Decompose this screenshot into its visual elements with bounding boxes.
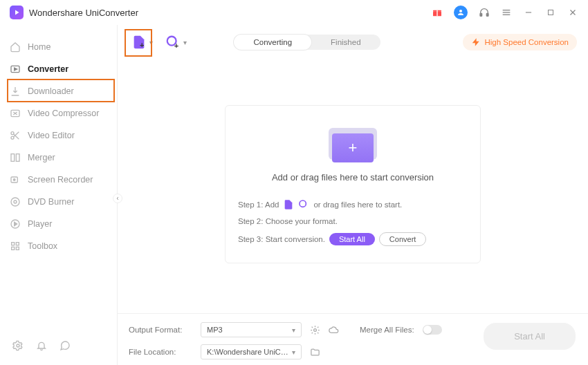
- sidebar-item-label: Merger: [28, 153, 55, 162]
- sidebar-item-label: Home: [28, 42, 50, 52]
- tab-finished[interactable]: Finished: [311, 35, 380, 50]
- lightning-icon: [471, 37, 481, 47]
- sidebar-item-label: Video Compressor: [28, 109, 99, 118]
- svg-point-23: [14, 200, 17, 203]
- svg-rect-18: [11, 154, 15, 162]
- tab-group: Converting Finished: [234, 35, 380, 50]
- sidebar-item-label: Player: [28, 219, 52, 229]
- ring-plus-icon: [298, 199, 309, 210]
- tab-converting[interactable]: Converting: [234, 35, 311, 50]
- cloud-icon[interactable]: [329, 325, 339, 335]
- svg-rect-10: [549, 10, 553, 15]
- svg-text:+: +: [174, 41, 178, 50]
- disc-icon: [10, 196, 21, 207]
- sidebar-item-compressor[interactable]: Video Compressor: [0, 102, 117, 124]
- sidebar-item-dvd[interactable]: DVD Burner: [0, 191, 117, 213]
- chevron-down-icon: ▾: [183, 39, 187, 46]
- toolbar: + ▾ + ▾ Converting Finished High Speed C…: [118, 25, 588, 59]
- svg-point-16: [11, 132, 14, 135]
- svg-rect-27: [16, 243, 19, 245]
- sidebar-item-editor[interactable]: Video Editor: [0, 124, 117, 147]
- gear-icon[interactable]: [310, 325, 320, 335]
- svg-marker-25: [15, 222, 17, 225]
- svg-rect-19: [16, 154, 19, 162]
- svg-text:+: +: [140, 41, 144, 49]
- high-speed-label: High Speed Conversion: [485, 38, 569, 46]
- settings-icon[interactable]: [12, 340, 24, 351]
- dropzone[interactable]: + Add or drag files here to start conver…: [225, 105, 481, 263]
- output-format-select[interactable]: MP3 ▾: [201, 322, 302, 337]
- output-format-label: Output Format:: [129, 326, 192, 334]
- svg-point-30: [17, 344, 19, 347]
- close-icon[interactable]: [567, 7, 578, 18]
- sidebar-item-label: Video Editor: [28, 131, 75, 140]
- svg-point-35: [314, 328, 317, 331]
- titlebar: Wondershare UniConverter: [0, 0, 588, 25]
- sidebar-collapse-button[interactable]: [113, 194, 122, 203]
- maximize-icon[interactable]: [545, 7, 556, 18]
- gift-icon[interactable]: [432, 7, 443, 18]
- svg-point-22: [11, 198, 19, 206]
- svg-point-17: [11, 136, 14, 139]
- sidebar: Home Converter Downloader Video Compress…: [0, 25, 118, 365]
- add-file-button[interactable]: + ▾: [129, 32, 156, 53]
- svg-rect-26: [12, 243, 15, 245]
- chevron-down-icon: ▾: [292, 348, 295, 356]
- compressor-icon: [10, 108, 21, 119]
- sidebar-item-label: Toolbox: [28, 241, 57, 251]
- merger-icon: [10, 152, 21, 163]
- doc-plus-icon: [283, 199, 294, 210]
- dropzone-title: Add or drag files here to start conversi…: [272, 172, 434, 182]
- file-location-label: File Location:: [129, 348, 192, 356]
- chevron-down-icon: ▾: [149, 39, 153, 46]
- app-title: Wondershare UniConverter: [29, 8, 138, 18]
- svg-point-34: [300, 200, 306, 207]
- sidebar-item-downloader[interactable]: Downloader: [0, 80, 117, 102]
- step-1: Step 1: Add or drag files here to start.: [238, 199, 468, 210]
- add-url-button[interactable]: + ▾: [163, 32, 190, 53]
- grid-icon: [10, 241, 21, 252]
- bell-icon[interactable]: [36, 340, 47, 351]
- svg-rect-29: [16, 247, 19, 250]
- svg-rect-28: [12, 247, 15, 250]
- recorder-icon: [10, 174, 21, 185]
- merge-toggle[interactable]: [423, 325, 442, 335]
- svg-marker-14: [15, 68, 17, 71]
- chevron-down-icon: ▾: [292, 326, 295, 334]
- minimize-icon[interactable]: [523, 7, 534, 18]
- feedback-icon[interactable]: [59, 340, 71, 351]
- file-location-select[interactable]: K:\Wondershare UniConverter ▾: [201, 344, 302, 359]
- step-3: Step 3: Start conversion. Start All Conv…: [238, 232, 468, 246]
- play-icon: [10, 218, 21, 230]
- svg-rect-5: [486, 13, 488, 16]
- start-all-button[interactable]: Start All: [329, 233, 375, 245]
- sidebar-item-recorder[interactable]: Screen Recorder: [0, 169, 117, 191]
- folder-plus-icon: +: [327, 121, 378, 162]
- user-avatar-icon[interactable]: [454, 6, 468, 19]
- sidebar-item-label: Screen Recorder: [28, 175, 93, 185]
- app-logo: [10, 6, 24, 19]
- svg-point-3: [459, 10, 462, 12]
- sidebar-item-label: DVD Burner: [28, 197, 74, 207]
- sidebar-item-toolbox[interactable]: Toolbox: [0, 235, 117, 257]
- sidebar-item-label: Downloader: [28, 86, 74, 96]
- download-icon: [10, 86, 21, 97]
- svg-point-21: [13, 179, 15, 181]
- svg-rect-4: [480, 13, 482, 16]
- convert-button[interactable]: Convert: [379, 232, 427, 246]
- svg-rect-2: [437, 10, 437, 17]
- sidebar-item-player[interactable]: Player: [0, 213, 117, 235]
- main-panel: + ▾ + ▾ Converting Finished High Speed C…: [118, 25, 588, 365]
- sidebar-item-label: Converter: [28, 64, 68, 74]
- headset-icon[interactable]: [479, 7, 490, 18]
- start-all-main-button[interactable]: Start All: [484, 323, 576, 350]
- folder-icon[interactable]: [310, 347, 320, 357]
- sidebar-item-converter[interactable]: Converter: [0, 58, 117, 80]
- high-speed-button[interactable]: High Speed Conversion: [463, 34, 577, 50]
- home-icon: [10, 41, 21, 53]
- sidebar-item-home[interactable]: Home: [0, 36, 117, 58]
- step-2: Step 2: Choose your format.: [238, 217, 468, 225]
- converter-icon: [10, 64, 21, 75]
- menu-icon[interactable]: [501, 7, 512, 18]
- sidebar-item-merger[interactable]: Merger: [0, 147, 117, 169]
